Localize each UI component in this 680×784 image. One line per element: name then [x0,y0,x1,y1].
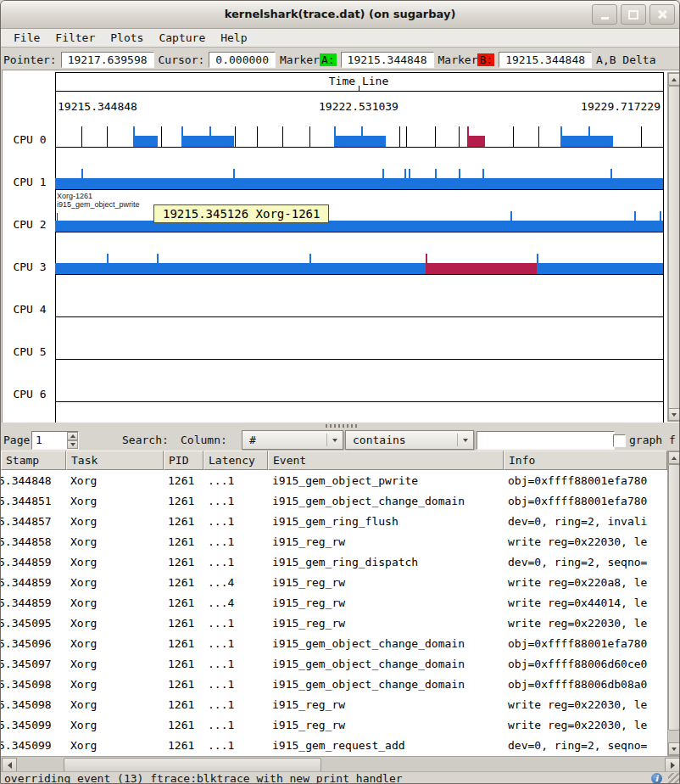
cpu3-bar [537,263,663,274]
arrow-up-icon [672,78,677,81]
cpu0-event-tick [209,126,211,136]
graph-scrollbar-thumb[interactable] [668,86,680,410]
column-header-task[interactable]: Task [66,451,164,470]
maximize-button[interactable] [621,4,646,25]
cell-latency: ...1 [203,719,268,731]
table-row[interactable]: 5.345095Xorg1261...1i915_reg_rwwrite reg… [1,613,667,633]
table-scroll-down-button[interactable] [668,742,680,755]
cpu1-event-tick [382,169,384,178]
menu-capture[interactable]: Capture [151,30,213,46]
scroll-left-button[interactable] [2,758,17,772]
cpu0-event-tick [588,126,590,136]
spin-down-button[interactable] [67,440,78,449]
resize-grip[interactable] [668,773,680,784]
cpu2-baseline [55,232,663,232]
cell-latency: ...1 [203,678,268,691]
cell-pid: 1261 [164,658,203,670]
horizontal-scrollbar[interactable] [1,756,680,771]
table-row[interactable]: 5.345098Xorg1261...1i915_reg_rwwrite reg… [1,694,667,714]
cell-event: i915_reg_rw [268,617,504,630]
table-row[interactable]: 5.345096Xorg1261...1i915_gem_object_chan… [1,633,667,653]
cell-info: write reg=0x22030, le [504,719,667,731]
table-row[interactable]: 5.345097Xorg1261...1i915_gem_object_chan… [1,653,667,674]
column-header-pid[interactable]: PID [164,451,203,470]
minimize-icon [601,17,609,20]
timeline-plot-border [55,72,664,423]
cpu1-event-tick [610,169,612,178]
table-row[interactable]: 5.344859Xorg1261...4i915_reg_rwwrite reg… [1,572,667,592]
titlebar[interactable]: kernelshark(trace.dat) (on sugarbay) [1,1,679,29]
table-row[interactable]: 5.344848Xorg1261...1i915_gem_object_pwri… [1,470,667,490]
cpu3-event-tick [537,254,538,263]
graph-vertical-scrollbar[interactable] [667,72,680,422]
cell-latency: ...1 [203,698,268,711]
cell-event: i915_gem_ring_dispatch [268,556,504,568]
cell-info: write reg=0x220a8, le [504,576,667,589]
table-row[interactable]: 5.345099Xorg1261...1i915_gem_request_add… [1,735,667,755]
cpu0-event-tick [107,126,108,147]
table-scroll-up-button[interactable] [668,451,680,464]
page-spinbox[interactable]: 1 [31,431,79,450]
cell-pid: 1261 [164,719,203,731]
menu-file[interactable]: File [6,30,47,46]
table-vertical-scrollbar[interactable] [667,451,680,756]
cell-stamp: 5.344848 [1,474,66,487]
menu-plots[interactable]: Plots [103,30,151,46]
table-row[interactable]: 5.344851Xorg1261...1i915_gem_object_chan… [1,490,667,511]
maximize-icon [628,10,638,20]
graph-scroll-down-button[interactable] [668,408,680,421]
minimize-button[interactable] [592,4,617,25]
arrow-up-icon [70,434,75,438]
page-value: 1 [36,434,42,446]
column-header-latency[interactable]: Latency [203,451,268,470]
column-header-stamp[interactable]: Stamp [1,451,66,470]
column-header-event[interactable]: Event [268,451,504,470]
spin-up-button[interactable] [67,432,78,440]
window-title: kernelshark(trace.dat) (on sugarbay) [1,8,679,20]
cpu6-baseline [55,401,663,402]
menu-help[interactable]: Help [213,30,254,46]
search-bar: Page 1 Search: Column: # contains graph … [1,429,680,451]
cell-latency: ...1 [203,739,268,752]
cell-event: i915_gem_object_change_domain [268,637,504,650]
marker-b[interactable]: Marker B: [438,53,495,66]
table-row[interactable]: 5.344859Xorg1261...1i915_gem_ring_dispat… [1,552,667,572]
cpu1-event-tick [435,169,437,178]
column-header-info[interactable]: Info [504,451,667,470]
table-row[interactable]: 5.344857Xorg1261...1i915_gem_ring_flushd… [1,511,667,531]
marker-a[interactable]: Marker A: [280,53,337,66]
cell-stamp: 5.345096 [1,637,66,650]
cpu3-bar [426,263,537,274]
cpu3-event-tick [309,254,311,263]
table-scrollbar-thumb[interactable] [668,464,680,731]
pane-separator[interactable] [1,423,680,429]
match-select[interactable]: contains [345,430,474,450]
menu-filter[interactable]: Filter [47,30,103,46]
page-spin-buttons [67,432,78,449]
table-row[interactable]: 5.345098Xorg1261...1i915_gem_object_chan… [1,674,667,694]
close-button[interactable] [649,4,675,25]
search-input[interactable] [477,431,615,450]
cell-task: Xorg [66,678,164,691]
cell-stamp: 5.345097 [1,658,66,670]
horizontal-scrollbar-thumb[interactable] [64,758,321,772]
cell-latency: ...1 [203,617,268,630]
column-select[interactable]: # [242,430,343,450]
pane-resize-handle[interactable] [326,424,359,428]
graph-scroll-up-button[interactable] [668,73,680,86]
cell-pid: 1261 [164,596,203,609]
arrow-down-icon [70,443,75,446]
window-controls [592,4,675,25]
cpu0-bar [181,136,234,147]
cpu0-event-tick [513,126,514,147]
table-row[interactable]: 5.344859Xorg1261...4i915_reg_rwwrite reg… [1,592,667,613]
cell-latency: ...1 [203,556,268,568]
hover-task-label: Xorg-1261 [57,192,92,200]
scroll-right-button[interactable] [665,758,680,772]
table-row[interactable]: 5.344858Xorg1261...1i915_reg_rwwrite reg… [1,531,667,552]
delta-label: A,B Delta [596,53,655,66]
graph-follows-checkbox[interactable] [613,434,626,447]
timeline-graph[interactable]: Time Line 19215.344848 19222.531039 1922… [3,70,679,423]
cell-stamp: 5.344859 [1,556,66,568]
table-row[interactable]: 5.345099Xorg1261...1i915_reg_rwwrite reg… [1,714,667,735]
